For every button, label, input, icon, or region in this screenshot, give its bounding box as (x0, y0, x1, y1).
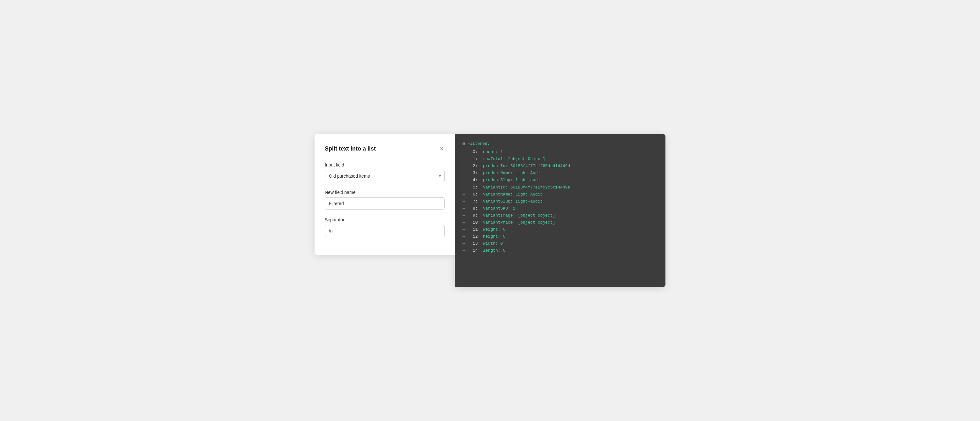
json-row-item: —5:variantId: 60183f4f77e1f69c5c14449e (463, 184, 658, 191)
json-content: variantSlug: light-audit (483, 198, 542, 205)
tree-line-icon: — (463, 191, 465, 198)
json-row-item: —8:variantSKU: 1 (463, 205, 658, 212)
tree-line-icon: — (463, 205, 465, 212)
input-field-group: Input field Old purchased items ▾ (325, 162, 445, 182)
json-row-item: —0:count: 1 (463, 149, 658, 156)
json-index: 14: (473, 247, 483, 254)
json-root-label: Filtered: (467, 140, 490, 147)
json-row-item: —4:productSlug: light-audit (463, 177, 658, 184)
json-root: ⊟ Filtered: —0:count: 1—1:rowTotal: [obj… (463, 140, 658, 254)
new-field-name-label: New field name (325, 190, 445, 195)
separator-label: Separator (325, 217, 445, 222)
json-content: productSlug: light-audit (483, 177, 542, 184)
tree-line-icon: — (463, 149, 465, 155)
close-button[interactable]: × (439, 144, 445, 153)
separator-group: Separator (325, 217, 445, 237)
json-row-item: —7:variantSlug: light-audit (463, 198, 658, 205)
json-row-item: —13:width: 0 (463, 240, 658, 247)
dialog-title: Split text into a list (325, 145, 376, 152)
json-index: 10: (473, 219, 483, 226)
json-index: 0: (473, 149, 483, 156)
tree-line-icon: — (463, 248, 465, 254)
tree-line-icon: — (463, 184, 465, 191)
json-row-item: —1:rowTotal: [object Object] (463, 156, 658, 163)
json-index: 13: (473, 240, 483, 247)
tree-line-icon: — (463, 163, 465, 169)
json-index: 6: (473, 191, 483, 198)
input-field-select-wrapper: Old purchased items ▾ (325, 170, 445, 182)
json-index: 7: (473, 198, 483, 205)
json-content: length: 0 (483, 247, 505, 254)
input-field-label: Input field (325, 162, 445, 167)
json-content: rowTotal: [object Object] (483, 156, 545, 163)
json-content: variantName: Light Audit (483, 191, 542, 198)
collapse-icon[interactable]: ⊟ (463, 141, 465, 147)
json-index: 8: (473, 205, 483, 212)
tree-line-icon: — (463, 199, 465, 205)
json-index: 5: (473, 184, 483, 191)
json-row-item: —10:variantPrice: [object Object] (463, 219, 658, 226)
json-content: variantSKU: 1 (483, 205, 515, 212)
tree-line-icon: — (463, 240, 465, 247)
json-row-item: —11:weight: 0 (463, 226, 658, 233)
json-root-header: ⊟ Filtered: (463, 140, 658, 147)
json-content: count: 1 (483, 149, 503, 156)
json-index: 1: (473, 156, 483, 163)
json-items-list: —0:count: 1—1:rowTotal: [object Object]—… (463, 149, 658, 254)
tree-line-icon: — (463, 219, 465, 226)
json-content: width: 0 (483, 240, 503, 247)
json-row-item: —9:variantImage: [object Object] (463, 212, 658, 219)
dialog-panel: Split text into a list × Input field Old… (315, 134, 455, 255)
input-field-select[interactable]: Old purchased items (325, 170, 445, 182)
json-content: variantPrice: [object Object] (483, 219, 555, 226)
tree-line-icon: — (463, 226, 465, 233)
separator-input[interactable] (325, 225, 445, 237)
json-content: productName: Light Audit (483, 170, 542, 177)
json-panel: ⊟ Filtered: —0:count: 1—1:rowTotal: [obj… (455, 134, 665, 287)
tree-line-icon: — (463, 213, 465, 219)
tree-line-icon: — (463, 156, 465, 162)
main-container: Split text into a list × Input field Old… (315, 134, 665, 287)
json-index: 11: (473, 226, 483, 233)
json-row-item: —2:productId: 60183f4f77e1f65ded14449d (463, 163, 658, 170)
json-content: productId: 60183f4f77e1f65ded14449d (483, 163, 570, 170)
json-row-item: —3:productName: Light Audit (463, 170, 658, 177)
json-row-item: —14:length: 0 (463, 247, 658, 254)
tree-line-icon: — (463, 170, 465, 176)
new-field-name-input[interactable] (325, 197, 445, 210)
json-index: 3: (473, 170, 483, 177)
json-content: variantId: 60183f4f77e1f69c5c14449e (483, 184, 570, 191)
json-row-item: —12:height: 0 (463, 233, 658, 240)
json-content: height: 0 (483, 233, 505, 240)
tree-line-icon: — (463, 177, 465, 183)
json-index: 4: (473, 177, 483, 184)
json-content: variantImage: [object Object] (483, 212, 555, 219)
tree-line-icon: — (463, 234, 465, 240)
json-content: weight: 0 (483, 226, 505, 233)
new-field-name-group: New field name (325, 190, 445, 210)
json-index: 12: (473, 233, 483, 240)
json-row-item: —6:variantName: Light Audit (463, 191, 658, 198)
dialog-header: Split text into a list × (325, 144, 445, 153)
json-index: 2: (473, 163, 483, 170)
json-index: 9: (473, 212, 483, 219)
